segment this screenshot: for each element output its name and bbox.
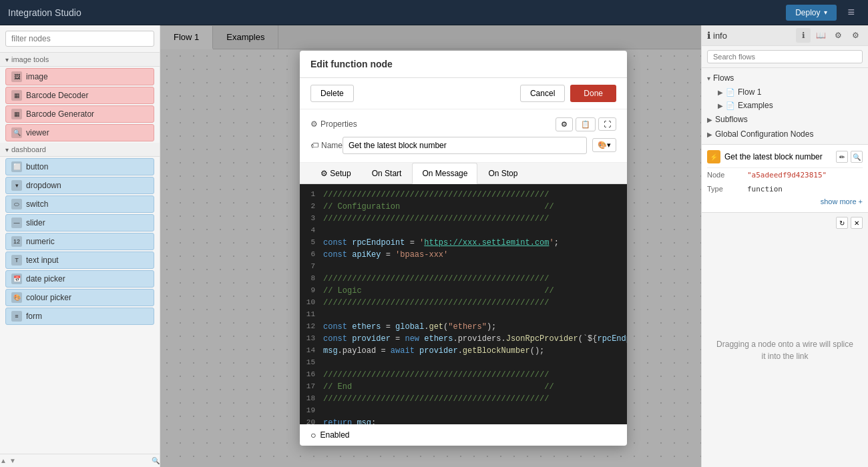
done-button[interactable]: Done bbox=[570, 85, 616, 102]
props-copy-icon[interactable]: 📋 bbox=[576, 117, 596, 131]
scroll-down-icon[interactable]: ▼ bbox=[9, 457, 16, 464]
code-line-18: 18//////////////////////////////////////… bbox=[300, 394, 627, 406]
tab-settings-icon[interactable]: ⚙ bbox=[831, 28, 845, 43]
colour-picker-icon: 🎨 bbox=[11, 292, 22, 303]
category-header-dashboard[interactable]: ▾ dashboard bbox=[0, 143, 160, 157]
node-item-barcode-generator[interactable]: ▦ Barcode Generator bbox=[5, 105, 154, 123]
node-item-slider[interactable]: — slider bbox=[5, 214, 154, 231]
code-tab-row: ⚙ Setup On Start On Message On Stop bbox=[300, 163, 627, 184]
node-item-label: button bbox=[26, 162, 48, 171]
right-panel-tabs: ℹ info ℹ 📖 ⚙ ⚙ bbox=[702, 25, 868, 46]
image-node-icon: 🖼 bbox=[11, 71, 22, 82]
form-icon: ≡ bbox=[11, 311, 22, 322]
category-arrow-icon: ▾ bbox=[5, 146, 9, 153]
enabled-toggle[interactable]: ○ Enabled bbox=[310, 430, 350, 440]
tab-on-stop[interactable]: On Stop bbox=[478, 163, 527, 184]
node-item-label: slider bbox=[26, 218, 45, 227]
name-icon-btn[interactable]: 🎨▾ bbox=[592, 138, 616, 152]
node-item-numeric[interactable]: 12 numeric bbox=[5, 233, 154, 250]
delete-button[interactable]: Delete bbox=[310, 85, 354, 102]
modal-overlay: Edit function node Delete Cancel Done ⚙ … bbox=[160, 25, 701, 467]
flows-label: Flows bbox=[713, 73, 734, 83]
refresh-icon[interactable]: ↻ bbox=[836, 217, 848, 229]
props-settings-icon[interactable]: ⚙ bbox=[556, 117, 573, 131]
global-config-header[interactable]: ▶ Global Configuration Nodes bbox=[702, 127, 868, 141]
node-item-text-input[interactable]: T text input bbox=[5, 252, 154, 269]
category-header-image-tools[interactable]: ▾ image tools bbox=[0, 53, 160, 67]
subflows-header[interactable]: ▶ Subflows bbox=[702, 112, 868, 127]
tab-label: On Stop bbox=[488, 169, 517, 178]
zoom-icon[interactable]: 🔍 bbox=[152, 457, 160, 464]
tab-on-message[interactable]: On Message bbox=[412, 163, 477, 184]
switch-icon: ⬭ bbox=[11, 199, 22, 209]
tab-info-icon[interactable]: ℹ bbox=[796, 28, 811, 43]
tab-setup[interactable]: ⚙ Setup bbox=[310, 163, 361, 184]
node-item-dropdown[interactable]: ▾ dropdown bbox=[5, 177, 154, 194]
code-editor[interactable]: 1///////////////////////////////////////… bbox=[300, 184, 627, 424]
button-node-icon: ⬜ bbox=[11, 161, 22, 172]
node-item-barcode-decoder[interactable]: ▦ Barcode Decoder bbox=[5, 87, 154, 104]
node-item-label: viewer bbox=[26, 128, 49, 137]
node-id-value: "a5adeedf9d423815" bbox=[747, 171, 827, 179]
cancel-button[interactable]: Cancel bbox=[520, 85, 565, 102]
code-line-4: 4 bbox=[300, 225, 627, 238]
scroll-controls: ▲ ▼ 🔍 bbox=[0, 454, 160, 467]
subflows-arrow-icon: ▶ bbox=[707, 116, 712, 123]
node-item-image[interactable]: 🖼 image bbox=[5, 68, 154, 85]
drag-hint: Dragging a node onto a wire will splice … bbox=[702, 233, 868, 467]
node-item-viewer[interactable]: 🔍 viewer bbox=[5, 124, 154, 141]
node-item-label: text input bbox=[26, 256, 59, 265]
code-line-15: 15 bbox=[300, 358, 627, 370]
app-title: Integration Studio bbox=[8, 7, 781, 18]
tree-item-examples[interactable]: ▶ 📄 Examples bbox=[702, 99, 868, 112]
node-info-actions: ✏ 🔍 bbox=[836, 151, 863, 163]
search-flows-input[interactable] bbox=[707, 50, 863, 63]
props-expand-icon[interactable]: ⛶ bbox=[598, 117, 616, 131]
close-icon[interactable]: ✕ bbox=[851, 217, 863, 229]
numeric-icon: 12 bbox=[11, 236, 22, 247]
enabled-circle-icon: ○ bbox=[310, 430, 316, 440]
show-more-link[interactable]: show more + bbox=[707, 196, 863, 207]
code-line-14: 14msg.payload = await provider.getBlockN… bbox=[300, 346, 627, 358]
modal-action-row: Delete Cancel Done bbox=[300, 78, 627, 109]
node-info-row-type: Type function bbox=[707, 182, 863, 196]
menu-button[interactable]: ≡ bbox=[842, 3, 860, 22]
type-value: function bbox=[747, 185, 783, 193]
node-item-form[interactable]: ≡ form bbox=[5, 308, 154, 325]
deploy-label: Deploy bbox=[795, 8, 820, 17]
code-line-2: 2// Configuration // bbox=[300, 201, 627, 213]
name-field[interactable] bbox=[343, 137, 587, 154]
scroll-up-icon[interactable]: ▲ bbox=[0, 457, 7, 464]
flows-header[interactable]: ▾ Flows bbox=[702, 71, 868, 85]
tree-item-flow1[interactable]: ▶ 📄 Flow 1 bbox=[702, 85, 868, 99]
main-layout: ▾ image tools 🖼 image ▦ Barcode Decoder … bbox=[0, 25, 868, 467]
enabled-label: Enabled bbox=[320, 430, 349, 440]
tab-gear-icon[interactable]: ⚙ bbox=[848, 28, 863, 43]
node-item-button[interactable]: ⬜ button bbox=[5, 158, 154, 175]
node-item-label: dropdown bbox=[26, 181, 61, 190]
code-line-19: 19 bbox=[300, 406, 627, 418]
tab-book-icon[interactable]: 📖 bbox=[813, 28, 828, 43]
node-item-label: switch bbox=[26, 199, 48, 209]
tab-label: ⚙ Setup bbox=[320, 169, 351, 178]
node-item-date-picker[interactable]: 📅 date picker bbox=[5, 270, 154, 288]
flows-tree: ▾ Flows ▶ 📄 Flow 1 ▶ 📄 Examples ▶ Subflo bbox=[702, 68, 868, 144]
modal-footer: ○ Enabled bbox=[300, 424, 627, 446]
info-panel-label: ℹ info bbox=[707, 30, 793, 41]
node-info-search-icon[interactable]: 🔍 bbox=[851, 151, 863, 163]
examples-icon: 📄 bbox=[726, 101, 735, 110]
node-item-switch[interactable]: ⬭ switch bbox=[5, 195, 154, 213]
global-config-label: Global Configuration Nodes bbox=[715, 129, 813, 139]
gear-icon: ⚙ bbox=[310, 119, 318, 129]
deploy-button[interactable]: Deploy ▾ bbox=[786, 5, 837, 21]
topbar: Integration Studio Deploy ▾ ≡ bbox=[0, 0, 868, 25]
node-info-edit-icon[interactable]: ✏ bbox=[836, 151, 848, 163]
node-item-colour-picker[interactable]: 🎨 colour picker bbox=[5, 289, 154, 306]
node-info-controls: ↻ ✕ bbox=[702, 212, 868, 233]
category-label: image tools bbox=[11, 55, 49, 63]
node-item-label: image bbox=[26, 72, 48, 81]
filter-input[interactable] bbox=[5, 31, 154, 47]
node-info-icon: ⚡ bbox=[707, 150, 720, 163]
tab-on-start[interactable]: On Start bbox=[362, 163, 412, 184]
code-line-1: 1///////////////////////////////////////… bbox=[300, 189, 627, 201]
